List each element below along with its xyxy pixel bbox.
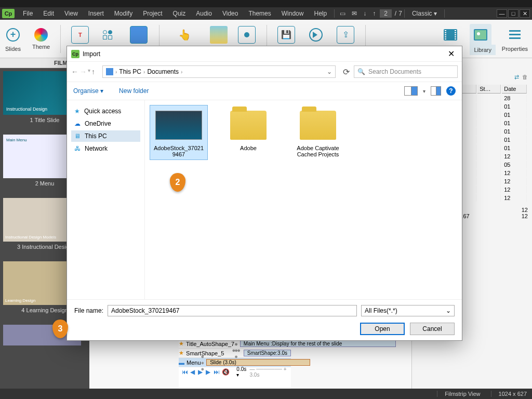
annotation-badge-2: 2 [170,173,185,192]
timeline-controls[interactable]: ⏮◀▶▶⏭🔇 0.0s ▾ — ─────── + 3.0s [179,367,291,377]
search-icon: 🔍 [357,68,365,75]
to-start-icon: ⏮ [182,368,188,376]
new-folder-button[interactable]: New folder [119,87,149,95]
menu-insert[interactable]: Insert [83,10,109,17]
app-logo: Cp [2,9,15,18]
play-icon: ▶ [198,368,204,376]
to-end-icon: ⏭ [214,368,220,376]
sidebar-network[interactable]: 🖧Network [71,143,140,154]
status-dimensions: 1024 x 627 [491,391,527,397]
organise-button[interactable]: Organise ▾ [73,87,103,95]
status-bar: Filmstrip View 1024 x 627 [0,389,532,399]
current-page[interactable]: 2 [380,9,392,18]
undo-icon[interactable]: ↓ [360,10,369,17]
menubar: Cp File Edit View Insert Modify Project … [0,7,532,20]
slides-button[interactable]: +Slides [4,26,22,52]
sidebar-onedrive[interactable]: ☁OneDrive [71,118,140,129]
workspace-selector[interactable]: Classic ▾ [407,10,442,17]
import-dialog: Cp Import ✕ ← → ▾ ↑ › This PC › Document… [66,46,462,341]
nav-up-icon[interactable]: ↑ [91,68,95,76]
menu-modify[interactable]: Modify [109,10,138,17]
search-input[interactable]: 🔍 Search Documents [354,65,458,78]
step-fwd-icon: ▶ [206,368,211,376]
cancel-button[interactable]: Cancel [410,323,455,335]
file-item-folder[interactable]: Adobe Captivate Cached Projects [289,105,347,159]
dialog-title: Import [83,50,100,58]
library-link-icon[interactable]: ⇄ [514,74,519,81]
menu-edit[interactable]: Edit [38,10,59,17]
nav-fwd-icon: → [79,68,87,76]
dialog-sidebar: ★Quick access ☁OneDrive 🖥This PC 🖧Networ… [67,100,145,299]
window-maximize-icon[interactable]: □ [508,9,518,18]
dialog-close-icon[interactable]: ✕ [445,49,458,59]
nav-back-icon[interactable]: ← [71,68,78,76]
library-tab[interactable]: Library [470,45,496,55]
filename-input[interactable] [108,305,357,316]
mail-icon[interactable]: ✉ [349,10,360,17]
window-close-icon[interactable]: ✕ [520,9,530,18]
file-item-folder[interactable]: Adobe [220,105,277,153]
dialog-app-icon: Cp [71,50,79,58]
menu-help[interactable]: Help [309,10,332,17]
filetype-select[interactable]: All Files(*.*)⌄ [361,305,455,316]
menu-view[interactable]: View [59,10,83,17]
open-button[interactable]: Open [360,323,405,335]
window-minimize-icon[interactable]: — [497,9,507,18]
properties-button[interactable]: Properties [502,26,528,52]
menu-project[interactable]: Project [138,10,167,17]
breadcrumb[interactable]: › This PC › Documents › ⌄ [102,65,336,78]
menu-video[interactable]: Video [217,10,243,17]
step-back-icon: ◀ [190,368,196,376]
filename-label: File name: [74,307,103,314]
preview-pane-button[interactable] [431,86,441,96]
status-view: Filmstrip View [437,391,480,397]
file-list: AdobeStock_370219467 2 Adobe Adobe Capti… [145,100,462,299]
library-delete-icon[interactable]: 🗑 [522,74,528,81]
sidebar-this-pc[interactable]: 🖥This PC [71,130,140,142]
redo-icon[interactable]: ↑ [369,10,379,17]
timeline-track[interactable]: ★SmartShape_5● ● ●SmartShape:3.0s [179,349,291,358]
menu-quiz[interactable]: Quiz [168,10,191,17]
sidebar-quick-access[interactable]: ★Quick access [71,105,140,117]
menu-themes[interactable]: Themes [243,10,276,17]
help-icon[interactable]: ? [446,86,456,96]
themes-button[interactable]: Theme [32,28,50,50]
view-mode-button[interactable] [404,86,418,96]
refresh-icon[interactable]: ⟳ [343,67,350,77]
file-item-video[interactable]: AdobeStock_370219467 2 [150,105,207,159]
timeline-panel: ★Title_AutoShape_7● ● ●Main Menu :Displa… [179,339,291,389]
menu-window[interactable]: Window [276,10,309,17]
menu-audio[interactable]: Audio [191,10,217,17]
menu-file[interactable]: File [18,10,38,17]
mute-icon: 🔇 [222,368,229,376]
save-icon[interactable]: ▭ [337,10,349,17]
